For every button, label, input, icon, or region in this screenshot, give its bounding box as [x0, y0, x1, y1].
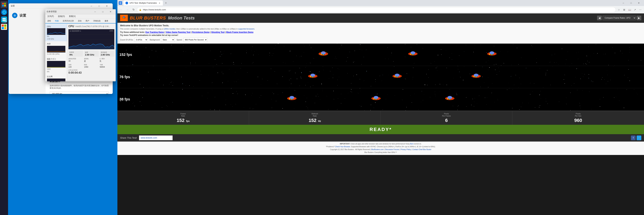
tm-maximize-button[interactable]: □: [99, 9, 107, 14]
browser-more-button[interactable]: ⋯: [638, 8, 643, 12]
browser-collections-button[interactable]: ⊞: [622, 8, 626, 12]
ufo-nav-prev[interactable]: ◀: [597, 16, 602, 20]
tm-close-button[interactable]: ✕: [107, 9, 114, 14]
stat-refresh-rate: RefreshRate 152 Hz: [249, 111, 381, 125]
ufo-footer-privacy-link[interactable]: Privacy Policy: [401, 148, 411, 150]
tm-minimize-button[interactable]: ─: [91, 9, 99, 14]
ufo-ready-text: READY*: [370, 127, 392, 132]
tm-speed-label: 速度: [85, 51, 98, 54]
ufo-speed-select[interactable]: 960 Pixels Per Second: [184, 38, 207, 42]
ufo-logo-area: BLUR BUSTERS Motion Tests: [120, 15, 195, 21]
tm-sidebar-memory[interactable]: 内存 3.1/32 GB (10%): [45, 41, 67, 56]
svg-rect-7: [2, 20, 4, 21]
taskbar-edge-icon[interactable]: [1, 9, 8, 16]
tm-processes-value: 133: [68, 66, 83, 68]
browser-minimize-button[interactable]: ─: [620, 0, 627, 6]
ufo-background-select[interactable]: Stars: [161, 38, 174, 42]
taskbar-microsoft-icon[interactable]: [1, 24, 8, 30]
ufo-link-video-game[interactable]: Video Game Panning Test: [166, 31, 190, 33]
ufo-content: BLUR BUSTERS Motion Tests ◀ Compare Fram…: [118, 14, 644, 215]
taskbar-windows-icon[interactable]: [1, 1, 8, 8]
tm-memory-label: 内存: [47, 42, 65, 45]
blur-busters-title: BLUR BUSTERS: [130, 16, 166, 21]
tm-sidebar-disk[interactable]: 磁盘 0 (C:) HDD 0%: [45, 56, 67, 74]
ufo-footer-bb-link[interactable]: BlurBusters.com: [371, 148, 384, 150]
settings-close-button[interactable]: ✕: [103, 3, 111, 9]
ufo-link-persistence[interactable]: Persistence Demo: [192, 31, 210, 33]
svg-point-46: [399, 76, 400, 77]
tm-threads-value: 1450: [84, 66, 98, 68]
browser-active-tab[interactable]: UFO Test: Multiple Framerates ✕: [124, 0, 163, 6]
refresh-description: 选择您要显示器的刷新频率。较高的速度可提供更流畅的运动，但可能需要更多的电源。: [50, 84, 109, 90]
tm-sidebar-ethernet[interactable]: 以太网 以太网 发送: 0 接收: 0 Kbps: [45, 74, 67, 81]
tm-tab-processes[interactable]: 进程: [45, 18, 53, 24]
tm-tab-details[interactable]: 详细信息: [91, 18, 103, 24]
motion-tests-title: Motion Tests: [168, 16, 195, 21]
ufo-link-monitor[interactable]: 120Hz monitor: [164, 28, 176, 30]
tm-processes-label: 进程: [68, 64, 83, 66]
ufo-footer-contact-link[interactable]: Contact Chief Blur Buster: [412, 148, 431, 150]
ufo-welcome-desc: This screen compares multiple framerates…: [120, 28, 641, 30]
ufo-link-browsers[interactable]: supported browsers: [238, 28, 254, 30]
ufo-nav-arrows: ◀ Compare Frame Rates: UFO ▶: [597, 16, 641, 20]
tm-menu-options[interactable]: 选项(O): [57, 14, 66, 18]
svg-point-18: [123, 18, 124, 18]
twitter-share-button[interactable]: 🐦: [636, 136, 641, 140]
refresh-rate-select[interactable]: 152.000 Hz: [50, 92, 109, 94]
ufo-ready-bar: READY*: [118, 125, 644, 134]
settings-home-icon[interactable]: ⚙: [12, 13, 18, 18]
browser-back-button[interactable]: ←: [119, 7, 124, 12]
stat-frame-rate-label: FrameRate: [180, 113, 186, 117]
ufo-link-ghosting[interactable]: Ghosting Test: [211, 31, 224, 33]
browser-maximize-button[interactable]: □: [627, 0, 635, 6]
ufo-footer-check-browser[interactable]: Check Your Browser: [335, 146, 350, 148]
browser-read-mode-button[interactable]: 📖: [627, 8, 632, 12]
settings-minimize-button[interactable]: ─: [88, 3, 95, 9]
tm-tab-users[interactable]: 用户: [84, 18, 91, 24]
ufo-footer-important: IMPORTANT: Close all apps and other brow…: [120, 142, 641, 145]
browser-star-button[interactable]: ☆: [616, 8, 621, 12]
ufo-background-label: Background:: [150, 39, 160, 41]
new-tab-button[interactable]: +: [164, 1, 168, 5]
stat-pixels-per-frame: PixelsPer Frame 6: [381, 111, 512, 125]
settings-maximize-button[interactable]: □: [95, 3, 103, 9]
tm-tab-services[interactable]: 服务: [103, 18, 110, 24]
tm-handles-detail: 句柄 56054: [100, 64, 114, 68]
tm-cpu-speed-sub: 2.90 GHz: [47, 38, 65, 40]
tm-tab-startup[interactable]: 启动: [76, 18, 84, 24]
ufo-link-bfi[interactable]: Black Frame Insertion Demo: [226, 31, 254, 33]
ufo-nav-next[interactable]: ▶: [636, 16, 641, 20]
ufo-sprite-152-3: [486, 50, 498, 59]
tab-close-button[interactable]: ✕: [158, 2, 161, 4]
tm-tab-app-history[interactable]: 应用历史记录: [61, 18, 76, 24]
address-lock-icon: 🔒: [139, 8, 142, 11]
tab-favicon: [126, 2, 128, 4]
ufo-compare-dropdown[interactable]: Compare Frame Rates: UFO: [602, 16, 636, 20]
tm-disk-pct: 0%: [47, 71, 65, 72]
browser-favicon: [119, 1, 122, 5]
svg-point-55: [291, 98, 292, 100]
tm-tab-performance[interactable]: 性能: [53, 18, 61, 24]
tm-virt-machine-value: 是: [84, 60, 99, 62]
ufo-link-eye-tracking[interactable]: Eye Tracking Demo: [146, 31, 164, 33]
svg-point-26: [325, 54, 326, 55]
facebook-share-button[interactable]: f: [631, 136, 636, 140]
browser-forward-button[interactable]: →: [125, 7, 130, 12]
tm-main-area: CPU Intel(R) Core(TM) i7-10700 CPU @ 2.9…: [67, 24, 116, 80]
ufo-footer-aero-link[interactable]: Aero: [410, 143, 414, 145]
ufo-info-bar: Welcome to Blur Busters UFO Motion Tests…: [118, 23, 644, 44]
stat-frame-rate-value: 152 fps: [176, 118, 190, 123]
ufo-share-input[interactable]: [139, 136, 172, 140]
browser-close-button[interactable]: ✕: [635, 0, 643, 6]
browser-share-button[interactable]: ↗: [632, 8, 637, 12]
address-bar[interactable]: 🔒 https://www.testufo.com: [137, 7, 616, 12]
tm-menu-view[interactable]: 查看(V): [68, 14, 76, 18]
tm-ethernet-label: 以太网: [47, 75, 65, 78]
browser-refresh-button[interactable]: ↻: [131, 7, 136, 12]
ufo-count-select[interactable]: 3 UFOs: [134, 38, 148, 42]
tm-menu-file[interactable]: 文件(F): [46, 14, 54, 18]
ufo-footer-forums-link[interactable]: Discussion Forums: [385, 148, 399, 150]
tm-sidebar-cpu[interactable]: CPU 9% 2.90 GHz: [45, 24, 67, 41]
settings-window-title: 设置: [11, 4, 88, 8]
taskbar-store-icon[interactable]: [1, 16, 8, 23]
